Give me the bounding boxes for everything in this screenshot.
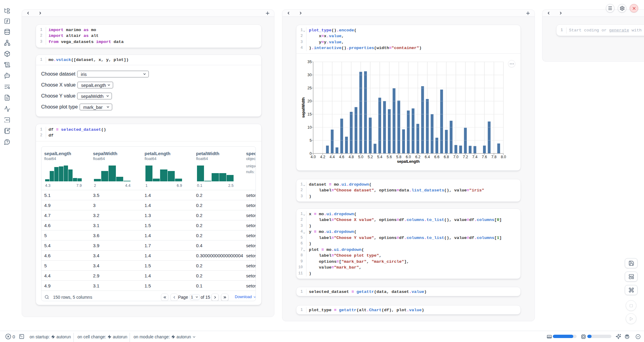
svg-text:6.8: 6.8 <box>444 155 449 159</box>
svg-text:6.4: 6.4 <box>425 155 430 159</box>
svg-text:4.2: 4.2 <box>320 155 325 159</box>
svg-text:6.2: 6.2 <box>415 155 420 159</box>
svg-text:7.8: 7.8 <box>491 155 496 159</box>
svg-text:35: 35 <box>307 60 312 64</box>
svg-text:7.4: 7.4 <box>472 155 478 159</box>
svg-text:5.8: 5.8 <box>396 155 401 159</box>
svg-text:sepalWidth: sepalWidth <box>301 97 306 118</box>
svg-text:sepalLength: sepalLength <box>397 159 420 164</box>
svg-text:7.6: 7.6 <box>482 155 487 159</box>
svg-text:20: 20 <box>307 99 312 103</box>
svg-text:5.2: 5.2 <box>368 155 373 159</box>
svg-text:4.6: 4.6 <box>339 155 344 159</box>
svg-text:8.0: 8.0 <box>501 155 506 159</box>
svg-text:6.0: 6.0 <box>406 155 411 159</box>
svg-text:15: 15 <box>307 112 312 116</box>
svg-text:4.4: 4.4 <box>330 155 335 159</box>
svg-text:7.0: 7.0 <box>453 155 458 159</box>
svg-text:30: 30 <box>307 73 312 77</box>
svg-text:5.0: 5.0 <box>358 155 363 159</box>
svg-text:4.8: 4.8 <box>349 155 354 159</box>
svg-text:25: 25 <box>307 86 312 90</box>
svg-text:4.0: 4.0 <box>310 155 316 159</box>
svg-text:5: 5 <box>309 138 312 143</box>
svg-text:10: 10 <box>307 125 312 130</box>
svg-text:5.4: 5.4 <box>377 155 382 159</box>
svg-text:6.6: 6.6 <box>434 155 439 159</box>
svg-text:7.2: 7.2 <box>463 155 468 159</box>
svg-text:5.6: 5.6 <box>387 155 392 159</box>
